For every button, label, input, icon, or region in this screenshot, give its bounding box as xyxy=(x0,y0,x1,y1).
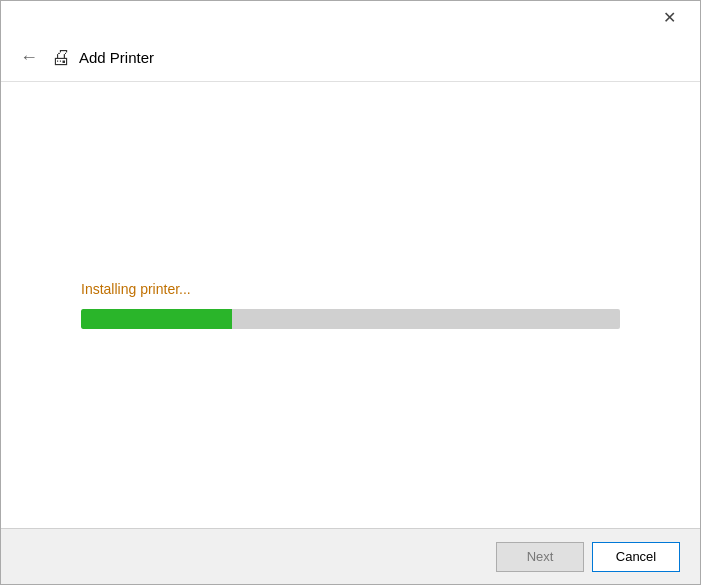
add-printer-window: ✕ ← 🖨 Add Printer Installing printer... … xyxy=(0,0,701,585)
close-button[interactable]: ✕ xyxy=(646,1,692,33)
title-bar: ✕ xyxy=(1,1,700,33)
printer-icon: 🖨 xyxy=(51,46,71,69)
next-button[interactable]: Next xyxy=(496,542,584,572)
progress-bar-container xyxy=(81,309,620,329)
back-button[interactable]: ← xyxy=(15,43,43,71)
cancel-button[interactable]: Cancel xyxy=(592,542,680,572)
installing-label: Installing printer... xyxy=(81,281,191,297)
footer: Next Cancel xyxy=(1,528,700,584)
header: ← 🖨 Add Printer xyxy=(1,33,700,82)
main-content: Installing printer... xyxy=(1,82,700,528)
progress-bar-fill xyxy=(81,309,232,329)
window-title: Add Printer xyxy=(79,49,154,66)
back-icon: ← xyxy=(20,47,38,68)
